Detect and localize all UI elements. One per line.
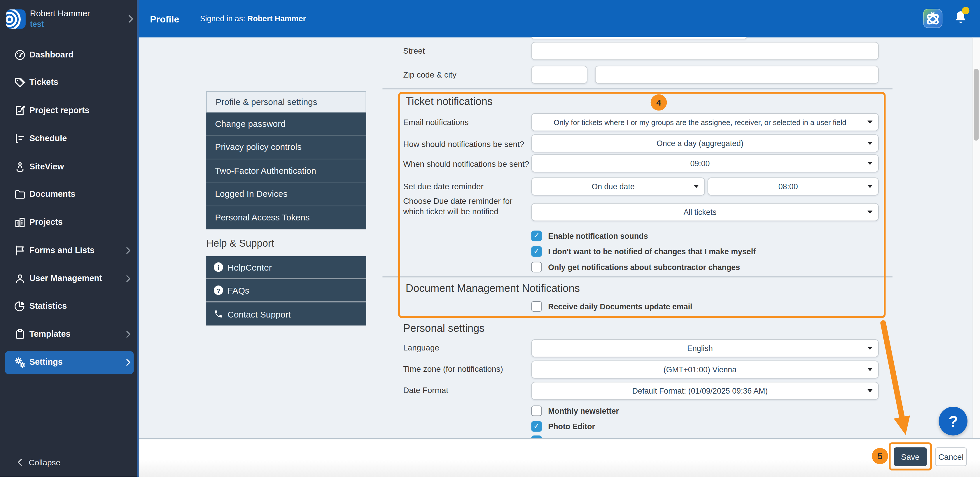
timezone-label: Time zone (for notifications)	[403, 364, 503, 374]
scrollbar-thumb[interactable]	[974, 69, 979, 140]
help-button[interactable]: ?	[939, 407, 968, 436]
info-icon: i	[214, 262, 223, 272]
settings-nav-active-item[interactable]: Profile & personal settings	[206, 91, 366, 113]
city-input[interactable]	[595, 65, 879, 84]
document-notifications-heading: Document Management Notifications	[406, 283, 580, 295]
personal-settings-heading: Personal settings	[403, 323, 484, 335]
due-reminder-time-value: 08:00	[778, 182, 798, 191]
clipboard-icon	[14, 328, 26, 340]
how-sent-select[interactable]: Once a day (aggregated)	[531, 134, 878, 153]
user-icon	[14, 272, 26, 285]
save-button[interactable]: Save	[894, 447, 927, 466]
help-item-helpcenter[interactable]: i HelpCenter	[206, 256, 366, 279]
sidebar-item-siteview[interactable]: SiteView	[0, 160, 139, 174]
settings-nav-item-change-password[interactable]: Change password	[206, 113, 366, 136]
section-divider	[382, 276, 892, 277]
language-label: Language	[403, 343, 439, 352]
dateformat-label: Date Format	[403, 385, 448, 395]
sidebar-expand-chevron-icon[interactable]	[125, 13, 137, 24]
annotation-step-4-badge: 4	[651, 94, 667, 111]
gantt-chart-icon	[14, 132, 26, 145]
help-item-contact-support[interactable]: Contact Support	[206, 302, 366, 325]
daily-documents-email-label: Receive daily Documents update email	[548, 302, 692, 311]
no-self-notify-label: I don't want to be notified of changes t…	[548, 248, 756, 256]
due-reminder-mode-value: On due date	[592, 182, 635, 191]
sidebar-item-forms-and-lists[interactable]: Forms and Lists	[0, 244, 139, 258]
app-window: Robert Hammer test Dashboard Tickets	[0, 0, 980, 477]
signed-in-name: Robert Hammer	[247, 14, 306, 23]
due-reminder-time-select[interactable]: 08:00	[708, 178, 879, 196]
sidebar-item-templates[interactable]: Templates	[0, 328, 139, 341]
folder-icon	[14, 188, 26, 200]
sidebar-item-projects[interactable]: Projects	[0, 215, 139, 229]
settings-nav-item-personal-access-tokens[interactable]: Personal Access Tokens	[206, 206, 366, 229]
settings-nav-item-logged-in-devices[interactable]: Logged In Devices	[206, 183, 366, 206]
daily-documents-email-checkbox[interactable]	[531, 301, 542, 312]
report-pen-icon	[14, 104, 26, 117]
enable-sounds-checkbox[interactable]	[531, 231, 542, 241]
dateformat-select[interactable]: Default Format: (01/09/2025 09:36 AM)	[531, 382, 878, 400]
due-reminder-mode-select[interactable]: On due date	[531, 178, 705, 196]
when-sent-label: When should notifications be sent?	[403, 159, 529, 169]
due-scope-select[interactable]: All tickets	[531, 203, 878, 221]
sidebar-item-tickets[interactable]: Tickets	[0, 76, 139, 89]
cut-off-field-sliver	[531, 37, 747, 39]
subcontractor-only-label: Only get notifications about subcontract…	[548, 263, 740, 272]
sidebar-item-schedule[interactable]: Schedule	[0, 132, 139, 145]
sidebar	[0, 0, 139, 477]
sidebar-item-label: Settings	[29, 358, 63, 367]
due-scope-label-line2: which ticket will be notified	[403, 207, 498, 216]
email-notifications-select[interactable]: Only for tickets where I or my groups ar…	[531, 113, 878, 131]
when-sent-value: 09:00	[690, 159, 710, 168]
street-input[interactable]	[531, 42, 878, 60]
timezone-select[interactable]: (GMT+01:00) Vienna	[531, 360, 878, 378]
collapse-label: Collapse	[29, 458, 60, 467]
email-notifications-label: Email notifications	[403, 118, 469, 127]
zip-input[interactable]	[531, 65, 587, 84]
dropdown-caret-icon	[867, 121, 872, 124]
enable-sounds-label: Enable notification sounds	[548, 232, 648, 240]
company-logo[interactable]	[6, 10, 25, 29]
sidebar-item-label: Schedule	[29, 134, 67, 143]
help-support-heading: Help & Support	[206, 238, 274, 249]
sidebar-item-label: Templates	[29, 329, 71, 339]
monthly-newsletter-label: Monthly newsletter	[548, 407, 619, 415]
sidebar-collapse-button[interactable]: Collapse	[0, 455, 139, 470]
tag-icon	[14, 76, 26, 89]
language-select[interactable]: English	[531, 339, 878, 358]
how-sent-value: Once a day (aggregated)	[657, 139, 743, 148]
buildings-icon	[14, 216, 26, 229]
help-item-label: Contact Support	[228, 309, 291, 319]
settings-nav-item-privacy-policy[interactable]: Privacy policy controls	[206, 136, 366, 159]
photo-editor-checkbox[interactable]	[531, 421, 542, 431]
email-notifications-value: Only for tickets where I or my groups ar…	[554, 118, 846, 127]
monthly-newsletter-checkbox[interactable]	[531, 405, 542, 416]
help-item-faqs[interactable]: ? FAQs	[206, 279, 366, 302]
when-sent-select[interactable]: 09:00	[531, 154, 878, 172]
page-title: Profile	[150, 14, 179, 24]
no-self-notify-checkbox[interactable]	[531, 246, 542, 257]
sidebar-item-dashboard[interactable]: Dashboard	[0, 48, 139, 62]
notification-badge-dot	[962, 7, 969, 14]
sidebar-item-statistics[interactable]: Statistics	[0, 299, 139, 313]
ticket-notifications-heading: Ticket notifications	[406, 95, 493, 108]
signed-in-as: Signed in as: Robert Hammer	[200, 14, 306, 23]
sidebar-item-documents[interactable]: Documents	[0, 188, 139, 201]
settings-nav-item-two-factor[interactable]: Two-Factor Authentication	[206, 159, 366, 183]
help-support-list: i HelpCenter ? FAQs Contact Support	[206, 256, 366, 326]
subcontractor-only-checkbox[interactable]	[531, 262, 542, 272]
chevron-right-icon	[123, 245, 133, 255]
sidebar-item-project-reports[interactable]: Project reports	[0, 104, 139, 118]
cancel-button[interactable]: Cancel	[935, 447, 967, 466]
section-divider	[382, 88, 892, 89]
sidebar-item-user-management[interactable]: User Management	[0, 272, 139, 285]
chevron-right-icon	[123, 358, 133, 367]
phone-icon	[214, 309, 223, 319]
due-reminder-label: Set due date reminder	[403, 182, 484, 191]
app-switcher-button[interactable]	[923, 9, 942, 28]
workspace-name[interactable]: test	[30, 20, 44, 29]
due-scope-label-line1: Choose Due date reminder for	[403, 196, 512, 205]
sidebar-item-label: User Management	[29, 274, 102, 283]
user-name: Robert Hammer	[30, 9, 90, 18]
sidebar-item-settings[interactable]: Settings	[0, 355, 139, 369]
